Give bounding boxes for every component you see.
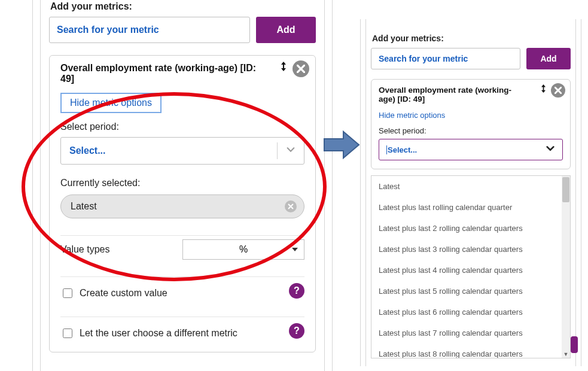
metric-title: Overall employment rate (working-age) [I…: [60, 63, 304, 84]
select-divider: [277, 142, 278, 159]
add-metrics-label: Add your metrics:: [50, 1, 316, 12]
scrollbar-thumb[interactable]: [562, 177, 569, 202]
remove-metric-button[interactable]: [551, 83, 565, 98]
help-icon[interactable]: ?: [289, 323, 304, 339]
add-metric-button[interactable]: Add: [256, 17, 316, 43]
scroll-down-icon[interactable]: ▼: [562, 351, 569, 358]
hide-metric-options-link[interactable]: Hide metric options: [379, 111, 445, 120]
period-option[interactable]: Latest plus last 7 rolling calendar quar…: [371, 323, 570, 343]
value-types-label: Value types: [60, 244, 182, 255]
period-select-placeholder: Select...: [69, 145, 105, 156]
help-icon[interactable]: ?: [289, 283, 304, 299]
drag-handle-icon[interactable]: [541, 84, 546, 95]
drag-handle-icon[interactable]: [281, 62, 287, 74]
metric-card: Overall employment rate (working-age) [I…: [49, 55, 316, 352]
add-metrics-label: Add your metrics:: [372, 34, 571, 43]
period-select[interactable]: Select...: [60, 137, 304, 165]
left-panel: Add your metrics: Add Overall employment…: [32, 0, 333, 371]
remove-selected-period-button[interactable]: [285, 200, 297, 212]
right-panel-border-left: [360, 19, 366, 366]
hide-metric-options-button[interactable]: Hide metric options: [60, 93, 162, 113]
choose-different-metric-label: Let the user choose a different metric: [80, 328, 237, 339]
period-option[interactable]: Latest plus last 4 rolling calendar quar…: [371, 260, 570, 281]
metric-title: Overall employment rate (working-age) [I…: [379, 86, 563, 104]
left-panel-border-right: [324, 0, 333, 371]
select-period-label: Select period:: [60, 121, 304, 132]
metric-search-input[interactable]: [49, 17, 250, 43]
period-dropdown: LatestLatest plus last rolling calendar …: [371, 175, 571, 358]
chevron-down-icon: [546, 144, 555, 156]
value-types-select[interactable]: %: [182, 239, 304, 260]
create-custom-value-checkbox[interactable]: [63, 288, 72, 298]
choose-different-metric-checkbox[interactable]: [63, 329, 72, 338]
period-option[interactable]: Latest plus last 5 rolling calendar quar…: [371, 281, 570, 302]
period-option[interactable]: Latest plus last 6 rolling calendar quar…: [371, 302, 570, 323]
purple-sliver: [571, 336, 578, 353]
period-option[interactable]: Latest plus last rolling calendar quarte…: [371, 197, 570, 218]
period-select-placeholder: Select...: [386, 145, 417, 154]
value-types-value: %: [239, 244, 248, 255]
metric-card: Overall employment rate (working-age) [I…: [371, 79, 571, 169]
select-period-label: Select period:: [379, 126, 563, 135]
period-select-open[interactable]: Select...: [379, 139, 563, 160]
metric-search-input[interactable]: [371, 48, 520, 69]
value-types-row: Value types %: [60, 235, 304, 260]
dropdown-caret-icon: [292, 248, 298, 251]
choose-different-metric-row: Let the user choose a different metric ?: [60, 317, 304, 340]
period-option[interactable]: Latest: [371, 176, 570, 197]
selected-period-pill: Latest: [60, 194, 304, 218]
scrollbar-track[interactable]: ▲ ▼: [562, 176, 570, 358]
period-option[interactable]: Latest plus last 2 rolling calendar quar…: [371, 218, 570, 239]
period-option[interactable]: Latest plus last 8 rolling calendar quar…: [371, 343, 570, 358]
search-row: Add: [49, 17, 316, 43]
right-panel-border-right: [575, 19, 581, 366]
create-custom-value-row: Create custom value ?: [60, 276, 304, 300]
left-panel-border-left: [32, 0, 41, 371]
remove-metric-button[interactable]: [293, 60, 309, 77]
add-metric-button[interactable]: Add: [526, 48, 571, 69]
chevron-down-icon: [286, 145, 295, 157]
selected-period-text: Latest: [71, 201, 97, 212]
create-custom-value-label: Create custom value: [80, 288, 167, 299]
right-panel: Add your metrics: Add Overall employment…: [360, 19, 581, 366]
search-row: Add: [371, 48, 571, 69]
currently-selected-label: Currently selected:: [60, 178, 304, 188]
period-option[interactable]: Latest plus last 3 rolling calendar quar…: [371, 239, 570, 260]
